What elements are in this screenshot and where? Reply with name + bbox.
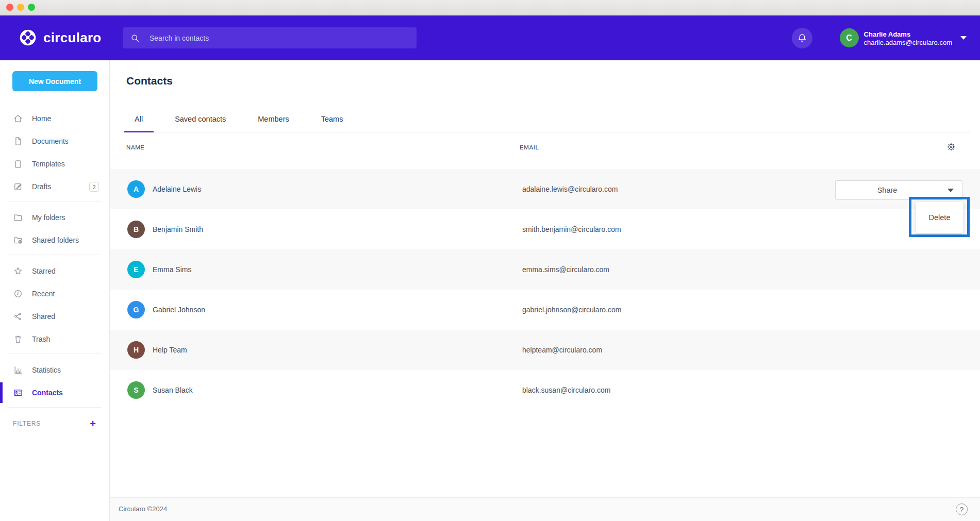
contact-row[interactable]: HHelp Teamhelpteam@circularo.com [110, 330, 980, 370]
row-dropdown-menu: Delete [916, 201, 964, 233]
contact-name: Emma Sims [153, 265, 191, 274]
sidebar-item-home[interactable]: Home [0, 107, 109, 130]
chevron-down-icon [960, 36, 967, 40]
trash-icon [13, 334, 23, 344]
sidebar-item-documents[interactable]: Documents [0, 130, 109, 153]
sidebar-item-label: Contacts [32, 389, 63, 397]
contact-email: gabriel.johnson@circularo.com [522, 306, 621, 314]
sidebar-item-label: Recent [32, 290, 55, 298]
tab-all[interactable]: All [124, 106, 154, 132]
sidebar-item-label: Templates [32, 160, 65, 168]
help-icon[interactable]: ? [956, 503, 968, 515]
contact-email: emma.sims@circularo.com [522, 265, 609, 274]
sidebar-item-my-folders[interactable]: My folders [0, 206, 109, 229]
contacts-icon [13, 388, 23, 398]
contact-row[interactable]: SSusan Blackblack.susan@circularo.com [110, 370, 980, 410]
avatar: A [127, 180, 145, 198]
minimize-window-button[interactable] [17, 4, 24, 11]
sidebar-item-label: Trash [32, 335, 50, 343]
share-dropdown-toggle[interactable] [939, 181, 962, 199]
close-window-button[interactable] [6, 4, 13, 11]
sidebar-item-label: Statistics [32, 366, 61, 374]
contact-row[interactable]: BBenjamin Smithsmith.benjamin@circularo.… [110, 209, 980, 249]
user-menu[interactable]: C Charlie Adams charlie.adams@circularo.… [840, 28, 967, 47]
contacts-table-body: AAdelaine Lewisadalaine.lewis@circularo.… [110, 169, 980, 410]
share-split-button: Share [835, 180, 962, 200]
contact-name: Susan Black [153, 386, 193, 394]
tab-bar: AllSaved contactsMembersTeams [124, 106, 970, 132]
search-input[interactable] [123, 27, 417, 48]
tab-teams[interactable]: Teams [310, 106, 354, 132]
column-header-email: EMAIL [520, 144, 539, 150]
sidebar-item-label: My folders [32, 213, 65, 222]
contact-email: black.susan@circularo.com [522, 386, 610, 394]
copyright-text: Circularo ©2024 [119, 505, 167, 513]
avatar: E [127, 261, 145, 278]
footer: Circularo ©2024 ? [110, 497, 980, 521]
contact-row[interactable]: GGabriel Johnsongabriel.johnson@circular… [110, 290, 980, 330]
divider [8, 255, 101, 255]
main-content: Contacts AllSaved contactsMembersTeams N… [110, 60, 980, 521]
clipboard-icon [13, 159, 23, 169]
sidebar-item-label: Home [32, 114, 51, 123]
sidebar-item-contacts[interactable]: Contacts [0, 381, 109, 404]
tab-members[interactable]: Members [247, 106, 300, 132]
folder-icon [13, 212, 23, 223]
share-icon [13, 311, 23, 322]
page-title: Contacts [126, 75, 173, 87]
sidebar-item-recent[interactable]: Recent [0, 282, 109, 305]
column-header-name: NAME [126, 144, 145, 150]
user-name: Charlie Adams [864, 30, 911, 38]
star-icon [13, 266, 23, 276]
tab-saved-contacts[interactable]: Saved contacts [164, 106, 237, 132]
add-filter-button[interactable]: + [90, 418, 96, 429]
share-button[interactable]: Share [836, 181, 939, 199]
gear-icon[interactable] [946, 142, 956, 152]
user-email: charlie.adams@circularo.com [864, 39, 952, 46]
sidebar: New Document HomeDocumentsTemplatesDraft… [0, 60, 110, 521]
contact-row[interactable]: EEmma Simsemma.sims@circularo.com [110, 249, 980, 290]
sidebar-item-label: Drafts [32, 182, 51, 191]
notifications-button[interactable] [792, 28, 812, 48]
zoom-window-button[interactable] [28, 4, 35, 11]
avatar: S [127, 381, 145, 399]
contact-name: Help Team [153, 346, 187, 354]
new-document-button[interactable]: New Document [12, 71, 97, 91]
contact-email: helpteam@circularo.com [522, 346, 602, 354]
sidebar-item-label: Shared folders [32, 236, 79, 244]
sidebar-item-label: Documents [32, 137, 69, 145]
clock-icon [13, 289, 23, 299]
avatar: B [127, 221, 145, 238]
app-header: circularo C Charlie Adams charlie.adams@… [0, 15, 980, 60]
brand-name: circularo [43, 30, 102, 46]
sidebar-item-label: Shared [32, 312, 55, 321]
sidebar-item-trash[interactable]: Trash [0, 328, 109, 350]
circularo-flower-icon [19, 28, 37, 47]
sidebar-item-shared-folders[interactable]: Shared folders [0, 229, 109, 251]
avatar: G [127, 301, 145, 318]
divider [8, 407, 101, 408]
sidebar-nav: HomeDocumentsTemplatesDrafts2My foldersS… [0, 107, 109, 408]
menu-item-delete[interactable]: Delete [929, 213, 951, 222]
sidebar-item-statistics[interactable]: Statistics [0, 359, 109, 381]
filters-section: FILTERS + [0, 412, 109, 435]
contact-email: adalaine.lewis@circularo.com [522, 185, 618, 193]
contact-name: Benjamin Smith [153, 225, 203, 233]
divider [8, 201, 101, 201]
bell-icon [796, 32, 808, 44]
brand-logo[interactable]: circularo [19, 28, 102, 47]
sidebar-item-shared[interactable]: Shared [0, 305, 109, 328]
sidebar-item-starred[interactable]: Starred [0, 260, 109, 282]
home-icon [13, 113, 23, 124]
user-avatar: C [840, 28, 859, 47]
statistics-icon [13, 365, 23, 375]
edit-icon [13, 181, 23, 192]
document-icon [13, 136, 23, 146]
sidebar-item-drafts[interactable]: Drafts2 [0, 175, 109, 198]
window-titlebar [0, 0, 980, 15]
caret-down-icon [948, 189, 954, 192]
filters-label: FILTERS [13, 420, 41, 427]
sidebar-item-templates[interactable]: Templates [0, 153, 109, 175]
contact-name: Adelaine Lewis [153, 185, 201, 193]
avatar: H [127, 341, 145, 359]
